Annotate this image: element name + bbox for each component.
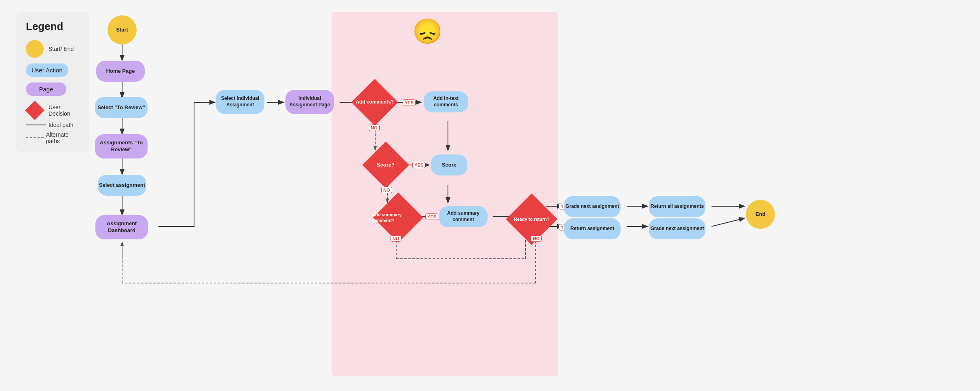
legend-start-end-circle bbox=[26, 40, 44, 58]
legend-decision-diamond bbox=[25, 101, 44, 120]
assignments-to-review-label: Assignments "To Review" bbox=[95, 139, 148, 153]
return-all-node: Return all assignments bbox=[649, 196, 705, 217]
legend-user-action-pill: User Action bbox=[26, 63, 68, 77]
assignments-to-review-node: Assignments "To Review" bbox=[95, 134, 148, 159]
end-node: End bbox=[746, 200, 775, 229]
legend-panel: Legend Start/ End User Action Page User … bbox=[16, 12, 89, 152]
assignment-dashboard-node: Assignment Dashboard bbox=[95, 215, 148, 239]
return-assignment-node: Return assignment bbox=[564, 218, 621, 239]
add-summary-comment-node: Add summary comment bbox=[439, 206, 488, 227]
legend-dashed-line bbox=[26, 137, 44, 138]
add-comments-diamond-wrap: Add comments? bbox=[348, 85, 401, 120]
start-label: Start bbox=[116, 27, 128, 34]
grade-next-2-label: Grade next assignment bbox=[651, 226, 704, 232]
add-comments-no-label: NO bbox=[369, 125, 380, 131]
end-label: End bbox=[756, 211, 766, 218]
legend-alternate-paths-label: Alternate paths bbox=[46, 131, 79, 144]
add-summary-comment-q-label: Add summary comment? bbox=[372, 212, 425, 224]
add-summary-comment-label: Add summary comment bbox=[439, 210, 488, 223]
select-individual-label: Select Individual Assignment bbox=[216, 95, 264, 108]
sad-emoji: 😞 bbox=[412, 17, 443, 46]
ready-to-return-wrap: Ready to return? bbox=[505, 199, 558, 239]
add-intext-comments-node: Add in-text comments bbox=[424, 91, 468, 112]
legend-start-end-label: Start/ End bbox=[49, 46, 74, 52]
select-individual-node: Select Individual Assignment bbox=[216, 90, 264, 114]
assignment-dashboard-label: Assignment Dashboard bbox=[95, 220, 148, 234]
score-no-label: NO bbox=[381, 187, 392, 193]
grade-next-2-node: Grade next assignment bbox=[649, 218, 705, 239]
add-summary-yes-label: YES bbox=[425, 213, 438, 220]
add-summary-comment-q-wrap: Add summary comment? bbox=[372, 200, 425, 235]
grade-next-1-label: Grade next assignment bbox=[566, 203, 619, 210]
grade-next-1-node: Grade next assignment bbox=[564, 196, 621, 217]
legend-title: Legend bbox=[26, 20, 79, 33]
score-node: Score bbox=[431, 154, 467, 175]
legend-ideal-path-label: Ideal path bbox=[49, 122, 74, 128]
legend-solid-line bbox=[26, 125, 46, 125]
legend-page-pill: Page bbox=[26, 82, 66, 96]
select-to-review-label: Select "To Review" bbox=[97, 104, 145, 111]
start-node: Start bbox=[108, 15, 137, 44]
ready-to-return-label: Ready to return? bbox=[514, 216, 549, 222]
add-comments-yes-label: YES bbox=[403, 99, 416, 106]
pink-section bbox=[332, 12, 558, 376]
select-to-review-node: Select "To Review" bbox=[95, 97, 148, 118]
score-diamond-wrap: Score? bbox=[361, 148, 410, 182]
individual-assignment-page-label: Individual Assignment Page bbox=[285, 95, 334, 108]
ready-return-no-label: NO bbox=[531, 235, 542, 242]
score-q-label: Score? bbox=[377, 162, 395, 169]
add-summary-no-label: NO bbox=[391, 235, 401, 242]
select-assignment-node: Select assignment bbox=[98, 175, 146, 196]
add-intext-label: Add in-text comments bbox=[424, 95, 468, 108]
svg-line-23 bbox=[712, 218, 744, 226]
score-yes-label: YES bbox=[412, 162, 425, 168]
score-label: Score bbox=[442, 162, 456, 169]
select-assignment-label: Select assignment bbox=[99, 182, 145, 189]
home-page-label: Home Page bbox=[106, 68, 135, 75]
add-comments-label: Add comments? bbox=[356, 99, 394, 106]
flowchart: Start Home Page Select "To Review" Assig… bbox=[97, 0, 980, 391]
home-page-node: Home Page bbox=[96, 61, 145, 82]
legend-user-decision-label: User Decision bbox=[49, 104, 79, 117]
return-assignment-label: Return assignment bbox=[570, 226, 615, 232]
return-all-label: Return all assignments bbox=[651, 203, 704, 210]
individual-assignment-page-node: Individual Assignment Page bbox=[285, 90, 334, 114]
